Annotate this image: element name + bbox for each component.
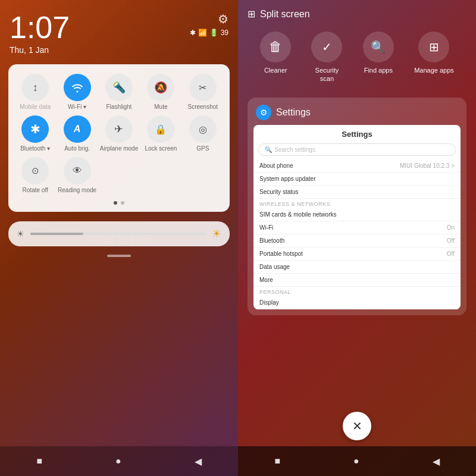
scroll-bar [107,255,131,257]
status-icons: ⚙ ✱ 📶 🔋 39 [190,12,228,37]
brightness-track[interactable] [30,233,206,235]
app-item-security-scan[interactable]: ✓ Securityscan [311,32,342,83]
settings-row-security-status[interactable]: Security status [253,186,461,199]
qs-item-screenshot[interactable]: ✂ Screenshot [183,74,223,111]
settings-section-personal: PERSONAL [253,287,461,296]
split-screen-icon: ⊞ [248,8,255,20]
sim-icon: 📶 [198,29,207,37]
settings-content-title: Settings [253,125,461,143]
split-screen-header: ⊞ Split screen [238,0,476,26]
settings-row-wifi[interactable]: Wi-Fi On [253,221,461,234]
qs-label-screenshot: Screenshot [188,104,218,111]
qs-label-auto-brightness: Auto brig. [64,145,90,152]
wifi-icon [71,81,84,94]
split-screen-label: Split screen [260,9,310,20]
app-item-find-apps[interactable]: 🔍 Find apps [363,32,394,83]
brightness-low-icon: ☀ [17,229,24,239]
search-icon: 🔍 [265,146,272,153]
qs-circle-screenshot[interactable]: ✂ [189,74,217,101]
nav-square-right[interactable]: ■ [274,456,280,466]
app-item-cleaner[interactable]: 🗑 Cleaner [260,32,291,83]
settings-row-about[interactable]: About phone MIUI Global 10.2.3 > [253,159,461,173]
quick-settings-grid: ↕ Mobile data Wi-Fi ▾ 🔦 Flashlight 🔕 [15,74,223,194]
qs-circle-flashlight[interactable]: 🔦 [105,74,133,101]
qs-circle-bluetooth[interactable]: ✱ [21,115,49,143]
qs-circle-gps[interactable]: ◎ [189,115,217,143]
settings-card[interactable]: ⚙ Settings Settings 🔍 Search settings Ab… [248,98,466,315]
settings-row-system-apps-label: System apps updater [259,176,316,182]
qs-circle-airplane[interactable]: ✈ [105,115,133,143]
qs-label-flashlight: Flashlight [107,104,132,111]
qs-item-auto-brightness[interactable]: A Auto brig. [57,115,96,152]
settings-card-header: ⚙ Settings [248,98,466,125]
qs-item-reading-mode[interactable]: 👁 Reading mode [57,157,96,194]
qs-circle-lock-screen[interactable]: 🔒 [147,115,174,143]
qs-item-bluetooth[interactable]: ✱ Bluetooth ▾ [15,115,55,152]
date-display: Thu, 1 Jan [10,45,70,55]
qs-label-reading-mode: Reading mode [58,187,96,194]
app-circle-find-apps[interactable]: 🔍 [363,32,394,62]
close-button[interactable]: ✕ [343,412,371,440]
settings-row-hotspot-label: Portable hotspot [259,250,303,257]
settings-content: Settings 🔍 Search settings About phone M… [253,125,461,309]
time-display: 1:07 [10,12,70,43]
qs-item-wifi[interactable]: Wi-Fi ▾ [57,74,96,111]
qs-circle-reading-mode[interactable]: 👁 [64,157,91,184]
qs-circle-mute[interactable]: 🔕 [147,74,174,101]
nav-home-left[interactable]: ● [115,456,121,466]
settings-row-display[interactable]: Display [253,296,461,309]
app-label-cleaner: Cleaner [264,66,287,74]
qs-item-mobile-data[interactable]: ↕ Mobile data [15,74,55,111]
settings-gear-icon: ⚙ [256,105,271,120]
app-circle-cleaner[interactable]: 🗑 [260,32,291,62]
dot-2[interactable] [121,201,124,205]
app-circle-manage-apps[interactable]: ⊞ [418,32,449,62]
qs-label-mute: Mute [154,104,167,111]
settings-row-system-apps[interactable]: System apps updater [253,173,461,186]
qs-item-mute[interactable]: 🔕 Mute [141,74,180,111]
status-row: ✱ 📶 🔋 39 [190,29,228,37]
nav-back-left[interactable]: ◀ [195,456,202,467]
settings-row-more[interactable]: More [253,274,461,287]
settings-row-bluetooth[interactable]: Bluetooth Off [253,234,461,248]
qs-circle-auto-brightness[interactable]: A [64,115,91,143]
app-label-find-apps: Find apps [364,66,393,74]
bluetooth-status-icon: ✱ [190,29,196,37]
settings-row-data-usage[interactable]: Data usage [253,261,461,274]
app-circle-security-scan[interactable]: ✓ [311,32,342,62]
qs-circle-mobile-data[interactable]: ↕ [21,74,49,101]
qs-circle-rotate-off[interactable]: ⊙ [21,157,49,184]
settings-row-about-val: MIUI Global 10.2.3 > [400,162,455,169]
qs-label-lock-screen: Lock screen [145,145,177,152]
nav-back-right[interactable]: ◀ [433,456,440,467]
settings-row-bluetooth-label: Bluetooth [259,237,284,244]
right-panel: MOBIG ⊞ Split screen 🗑 Cleaner ✓ Securit… [238,0,476,476]
settings-section-wireless: WIRELESS & NETWORKS [253,199,461,208]
dot-1[interactable] [114,201,117,205]
settings-row-sim[interactable]: SIM cards & mobile networks [253,208,461,221]
settings-row-display-label: Display [259,299,279,306]
scroll-indicator [0,255,238,257]
left-panel: MOBIG 1:07 Thu, 1 Jan ⚙ ✱ 📶 🔋 39 ↕ Mobil… [0,0,238,476]
qs-label-wifi: Wi-Fi ▾ [68,104,86,111]
settings-card-title: Settings [276,107,311,118]
settings-row-security-status-label: Security status [259,189,299,195]
qs-circle-wifi[interactable] [64,74,91,101]
settings-row-bluetooth-val: Off [447,237,455,244]
settings-search-bar[interactable]: 🔍 Search settings [258,143,456,156]
qs-label-airplane: Airplane mode [100,145,138,152]
nav-square-left[interactable]: ■ [36,456,42,466]
settings-row-wifi-label: Wi-Fi [259,224,273,231]
qs-item-gps[interactable]: ◎ GPS [183,115,223,152]
qs-item-flashlight[interactable]: 🔦 Flashlight [99,74,139,111]
qs-item-airplane[interactable]: ✈ Airplane mode [99,115,139,152]
nav-home-right[interactable]: ● [353,456,359,466]
gear-icon[interactable]: ⚙ [218,12,228,26]
qs-item-rotate-off[interactable]: ⊙ Rotate off [15,157,55,194]
settings-row-data-usage-label: Data usage [259,264,290,270]
bottom-nav-left: ■ ● ◀ [0,446,238,476]
settings-row-hotspot[interactable]: Portable hotspot Off [253,248,461,261]
qs-item-lock-screen[interactable]: 🔒 Lock screen [141,115,180,152]
quick-settings-panel: ↕ Mobile data Wi-Fi ▾ 🔦 Flashlight 🔕 [8,64,230,212]
app-item-manage-apps[interactable]: ⊞ Manage apps [414,32,454,83]
